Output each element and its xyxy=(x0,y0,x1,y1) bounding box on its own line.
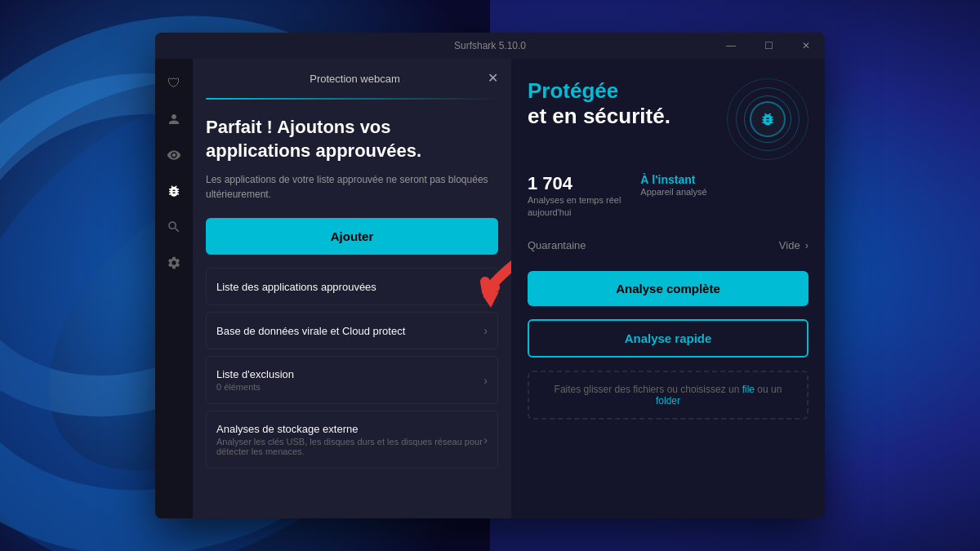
sidebar-item-person[interactable] xyxy=(159,104,189,134)
list-item-content: Liste des applications approuvées xyxy=(216,281,376,293)
sidebar-item-eye[interactable] xyxy=(159,140,189,170)
app-window: Surfshark 5.10.0 — ☐ ✕ 🛡 xyxy=(155,33,825,518)
modal-header: Protection webcam ✕ xyxy=(206,72,498,85)
status-section: Protégée et en sécurité. xyxy=(528,78,808,160)
list-item-label: Analyses de stockage externe xyxy=(216,423,483,435)
add-button[interactable]: Ajouter xyxy=(206,218,498,255)
chevron-icon: › xyxy=(483,324,488,337)
list-item-approved-apps[interactable]: Liste des applications approuvées › xyxy=(206,268,498,305)
scan-complete-button[interactable]: Analyse complète xyxy=(528,271,808,306)
scan-quick-button[interactable]: Analyse rapide xyxy=(528,319,808,358)
radar-container xyxy=(727,78,808,160)
chevron-icon: › xyxy=(483,433,488,447)
quarantine-chevron-icon: › xyxy=(805,239,808,251)
app-body: 🛡 xyxy=(155,59,825,518)
close-button[interactable]: ✕ xyxy=(787,33,825,59)
quarantine-status-text: Vide xyxy=(779,239,800,251)
sidebar-item-shield[interactable]: 🛡 xyxy=(159,69,189,98)
maximize-button[interactable]: ☐ xyxy=(750,33,787,59)
minimize-button[interactable]: — xyxy=(712,33,750,59)
modal-divider xyxy=(206,98,498,100)
radar-center-icon xyxy=(750,101,786,137)
window-controls: — ☐ ✕ xyxy=(712,33,825,59)
sidebar-item-bug[interactable] xyxy=(159,176,189,206)
modal-description: Les applications de votre liste approuvé… xyxy=(206,172,498,202)
file-drop-or: ou un xyxy=(755,384,782,395)
title-bar: Surfshark 5.10.0 — ☐ ✕ xyxy=(155,33,825,59)
webcam-modal: Protection webcam ✕ Parfait ! Ajoutons v… xyxy=(193,59,511,518)
stat-instant: À l'instant Appareil analysé xyxy=(640,173,706,220)
list-item-content: Liste d'exclusion 0 éléments xyxy=(216,368,294,392)
stats-section: 1 704 Analyses en temps réel aujourd'hui… xyxy=(528,173,808,220)
quarantine-label: Quarantaine xyxy=(528,239,586,251)
sidebar: 🛡 xyxy=(155,59,193,518)
sidebar-item-search[interactable] xyxy=(159,212,189,242)
title-bar-text: Surfshark 5.10.0 xyxy=(454,40,526,51)
list-item-label: Liste des applications approuvées xyxy=(216,281,376,293)
chevron-icon: › xyxy=(483,280,488,293)
list-item-label: Liste d'exclusion xyxy=(216,368,294,380)
stat-count-label: Analyses en temps réel aujourd'hui xyxy=(528,194,621,220)
stat-instant-sub: Appareil analysé xyxy=(640,186,706,198)
list-item-sub: 0 éléments xyxy=(216,382,294,392)
file-drop-text: Faites glisser des fichiers ou choisisse… xyxy=(555,384,742,395)
modal-title: Protection webcam xyxy=(222,73,488,85)
chevron-icon: › xyxy=(483,374,488,387)
quarantine-row: Quarantaine Vide › xyxy=(528,233,808,258)
stat-realtime: 1 704 Analyses en temps réel aujourd'hui xyxy=(528,173,621,220)
file-drop-file-link[interactable]: file xyxy=(742,384,755,395)
list-item-content: Base de données virale et Cloud protect xyxy=(216,325,405,337)
file-drop-folder-link[interactable]: folder xyxy=(656,395,680,407)
list-item-label: Base de données virale et Cloud protect xyxy=(216,325,405,337)
status-title: Protégée xyxy=(528,78,670,104)
status-subtitle: et en sécurité. xyxy=(528,104,670,129)
list-item-virus-db[interactable]: Base de données virale et Cloud protect … xyxy=(206,312,498,349)
modal-close-button[interactable]: ✕ xyxy=(488,72,498,85)
file-drop-area[interactable]: Faites glisser des fichiers ou choisisse… xyxy=(528,371,808,420)
list-item-sub: Analyser les clés USB, les disques durs … xyxy=(216,437,483,456)
modal-heading: Parfait ! Ajoutons vos applications appr… xyxy=(206,116,498,162)
stat-instant-label: À l'instant xyxy=(640,173,706,186)
stat-count: 1 704 xyxy=(528,173,621,194)
list-item-external-storage[interactable]: Analyses de stockage externe Analyser le… xyxy=(206,411,498,469)
list-item-content: Analyses de stockage externe Analyser le… xyxy=(216,423,483,456)
sidebar-item-settings[interactable] xyxy=(159,248,189,278)
right-panel: Protégée et en sécurité. 1 xyxy=(511,59,825,518)
list-item-exclusion[interactable]: Liste d'exclusion 0 éléments › xyxy=(206,356,498,404)
quarantine-status[interactable]: Vide › xyxy=(779,239,808,251)
status-text-block: Protégée et en sécurité. xyxy=(528,78,670,129)
left-panel: Protection webcam ✕ Parfait ! Ajoutons v… xyxy=(193,59,511,518)
modal-list: Liste des applications approuvées › Base… xyxy=(206,268,498,505)
